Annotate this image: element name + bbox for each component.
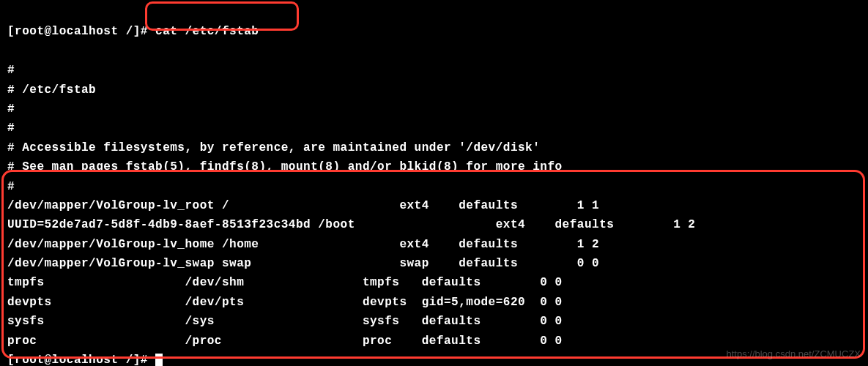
output-line-5: # Accessible filesystems, by reference, … <box>7 141 540 154</box>
terminal-output: [root@localhost /]# cat /etc/fstab # # /… <box>7 3 861 366</box>
output-line-6: # See man pages fstab(5), findfs(8), mou… <box>7 160 563 173</box>
output-line-12: tmpfs /dev/shm tmpfs defaults 0 0 <box>7 276 563 289</box>
output-line-4: # <box>7 122 15 135</box>
prompt-line-1[interactable]: [root@localhost /]# cat /etc/fstab <box>7 25 259 38</box>
output-line-1: # <box>7 64 15 77</box>
output-line-7: # <box>7 180 15 193</box>
watermark-text: https://blog.csdn.net/ZCMUCZX <box>726 346 861 362</box>
shell-prompt: [root@localhost /]# <box>7 25 155 38</box>
output-line-3: # <box>7 102 15 116</box>
output-line-15: proc /proc proc defaults 0 0 <box>7 335 563 348</box>
prompt-line-2[interactable]: [root@localhost /]# <box>7 354 163 366</box>
output-line-13: devpts /dev/pts devpts gid=5,mode=620 0 … <box>7 296 563 309</box>
output-line-10: /dev/mapper/VolGroup-lv_home /home ext4 … <box>7 238 599 251</box>
output-line-14: sysfs /sys sysfs defaults 0 0 <box>7 315 563 328</box>
output-line-2: # /etc/fstab <box>7 83 96 97</box>
shell-prompt: [root@localhost /]# <box>7 354 155 366</box>
output-line-11: /dev/mapper/VolGroup-lv_swap swap swap d… <box>7 257 599 270</box>
output-line-8: /dev/mapper/VolGroup-lv_root / ext4 defa… <box>7 199 599 212</box>
output-line-9: UUID=52de7ad7-5d8f-4db9-8aef-8513f23c34b… <box>7 218 695 231</box>
cursor-icon <box>155 354 163 366</box>
typed-command: cat /etc/fstab <box>155 25 259 38</box>
